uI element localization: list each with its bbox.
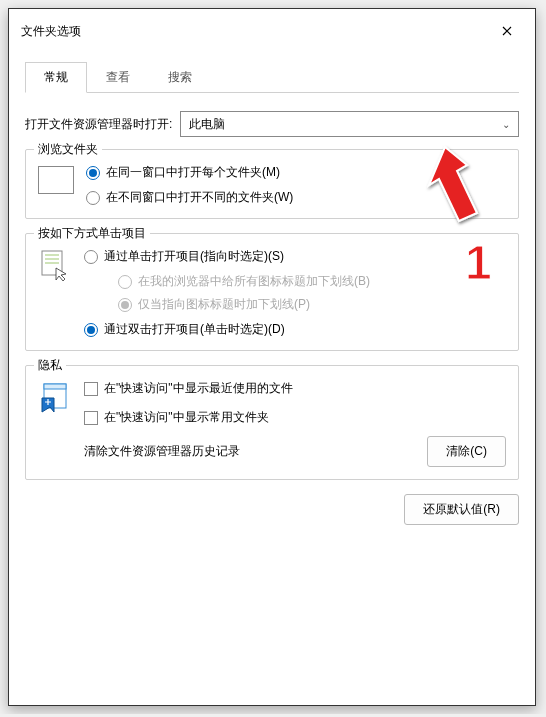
- clear-history-label: 清除文件资源管理器历史记录: [84, 443, 415, 460]
- radio-label: 通过双击打开项目(单击时选定)(D): [104, 321, 285, 338]
- tabs: 常规 查看 搜索: [25, 62, 519, 93]
- svg-rect-1: [45, 254, 59, 256]
- tab-label: 搜索: [168, 70, 192, 84]
- chevron-down-icon: ⌄: [502, 119, 510, 130]
- checkbox-frequent-folders[interactable]: 在"快速访问"中显示常用文件夹: [84, 409, 293, 426]
- tab-general[interactable]: 常规: [25, 62, 87, 93]
- radio-label: 通过单击打开项目(指向时选定)(S): [104, 248, 284, 265]
- clear-button[interactable]: 清除(C): [427, 436, 506, 467]
- radio-icon: [118, 298, 132, 312]
- radio-double-click[interactable]: 通过双击打开项目(单击时选定)(D): [84, 321, 370, 338]
- svg-rect-2: [45, 258, 59, 260]
- svg-rect-3: [45, 262, 59, 264]
- browse-folders-group: 浏览文件夹 在同一窗口中打开每个文件夹(M) 在不同窗口中打开不同的文件夹(W): [25, 149, 519, 219]
- privacy-icon: [38, 380, 72, 414]
- close-icon: [502, 26, 512, 36]
- restore-defaults-button[interactable]: 还原默认值(R): [404, 494, 519, 525]
- checkbox-icon: [84, 411, 98, 425]
- folder-options-window: 文件夹选项 常规 查看 搜索 打开文件资源管理器时打开: 此电脑 ⌄ 浏览文件夹: [8, 8, 536, 706]
- radio-icon: [86, 191, 100, 205]
- radio-different-window[interactable]: 在不同窗口中打开不同的文件夹(W): [86, 189, 293, 206]
- close-button[interactable]: [491, 19, 523, 43]
- svg-rect-5: [44, 384, 66, 389]
- radio-icon: [118, 275, 132, 289]
- content-area: 常规 查看 搜索 打开文件资源管理器时打开: 此电脑 ⌄ 浏览文件夹 在同一窗口…: [9, 54, 535, 541]
- radio-same-window[interactable]: 在同一窗口中打开每个文件夹(M): [86, 164, 293, 181]
- checkbox-label: 在"快速访问"中显示最近使用的文件: [104, 380, 293, 397]
- privacy-group: 隐私 在"快速访问"中显示最近使用的文件 在"快速访问"中显示常用文件夹: [25, 365, 519, 480]
- group-title: 按如下方式单击项目: [34, 225, 150, 242]
- select-value: 此电脑: [189, 116, 225, 133]
- radio-single-click[interactable]: 通过单击打开项目(指向时选定)(S): [84, 248, 370, 265]
- radio-label: 在同一窗口中打开每个文件夹(M): [106, 164, 280, 181]
- radio-icon: [84, 323, 98, 337]
- tab-view[interactable]: 查看: [87, 62, 149, 93]
- tab-label: 常规: [44, 70, 68, 84]
- button-label: 清除(C): [446, 444, 487, 458]
- titlebar: 文件夹选项: [9, 9, 535, 54]
- radio-label: 在我的浏览器中给所有图标标题加下划线(B): [138, 273, 370, 290]
- radio-underline-all: 在我的浏览器中给所有图标标题加下划线(B): [118, 273, 370, 290]
- open-explorer-select[interactable]: 此电脑 ⌄: [180, 111, 519, 137]
- tab-label: 查看: [106, 70, 130, 84]
- window-icon: [38, 166, 74, 194]
- radio-icon: [84, 250, 98, 264]
- click-items-group: 按如下方式单击项目 通过单击打开项目(指向时选定)(S): [25, 233, 519, 351]
- window-title: 文件夹选项: [21, 23, 81, 40]
- radio-icon: [86, 166, 100, 180]
- button-label: 还原默认值(R): [423, 502, 500, 516]
- checkbox-recent-files[interactable]: 在"快速访问"中显示最近使用的文件: [84, 380, 293, 397]
- group-title: 浏览文件夹: [34, 141, 102, 158]
- tab-search[interactable]: 搜索: [149, 62, 211, 93]
- group-title: 隐私: [34, 357, 66, 374]
- radio-underline-hover: 仅当指向图标标题时加下划线(P): [118, 296, 370, 313]
- open-explorer-row: 打开文件资源管理器时打开: 此电脑 ⌄: [25, 111, 519, 137]
- checkbox-icon: [84, 382, 98, 396]
- click-icon: [38, 248, 72, 282]
- checkbox-label: 在"快速访问"中显示常用文件夹: [104, 409, 269, 426]
- radio-label: 在不同窗口中打开不同的文件夹(W): [106, 189, 293, 206]
- radio-label: 仅当指向图标标题时加下划线(P): [138, 296, 310, 313]
- open-explorer-label: 打开文件资源管理器时打开:: [25, 116, 172, 133]
